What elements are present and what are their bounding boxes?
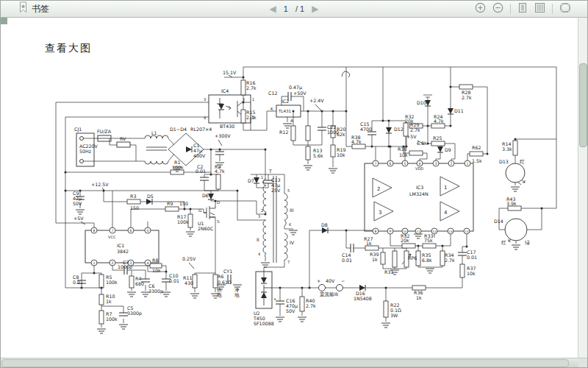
wire [56,223,94,230]
component-label: 10k [467,271,476,276]
component-circle [506,163,525,183]
junction-dot [210,174,212,176]
toolbar-separator [552,4,553,14]
bookmark-icon[interactable] [18,1,28,16]
ic-pin-number: 4 [147,261,149,265]
diode [448,108,453,114]
component-label: D9 [445,147,451,152]
winding-coil [263,220,266,258]
component-label: 0.01 [467,255,477,260]
junction-dot [210,149,212,151]
diode [359,285,365,291]
ground-symbol [298,317,306,322]
component-label: +12.5V [91,182,109,187]
component-label: 直流输出 [320,291,339,297]
junction-dot [65,190,67,192]
resistor [513,141,517,155]
component-label: + [273,297,276,301]
resistor [331,145,335,157]
component-label: LM324N [409,191,429,197]
component-label: 150 [179,201,188,206]
winding-coil [284,194,287,226]
component-label: R35 [422,252,431,258]
symbol-path [264,272,272,305]
junction-dot [541,208,543,210]
component-label: 4700 [360,127,372,132]
component-label: C1 [193,143,199,148]
component-label: G [198,208,201,213]
resistor [171,170,184,174]
prev-page-button[interactable]: ◀ [270,4,276,13]
component-label: 100k [172,165,184,170]
horizontal-scrollbar-thumb[interactable] [1,359,569,367]
diode [146,199,152,205]
component-label: 50V [73,201,82,206]
resistor [165,207,179,211]
next-page-button[interactable]: ▶ [312,4,318,13]
junction-dot [309,287,311,289]
ic-pin-number: 11 [417,230,420,233]
resistor [99,275,104,288]
resistor [470,152,483,156]
component-label: 4 [258,252,260,256]
component-label: 1.5k [472,158,482,163]
component-label: IC2 [282,99,289,104]
junction-dot [390,146,392,148]
component-label: + [262,180,265,184]
junction-dot [345,230,348,232]
continuous-view-button[interactable] [534,2,545,16]
component-label: 6 [289,222,291,227]
component-label: +50V [293,91,306,96]
wire [527,208,542,230]
junction-dot [237,190,239,192]
component-label: FU/ZA [97,129,112,134]
resistor [129,276,134,288]
page-current[interactable]: 1 [284,4,288,13]
capacitor [215,152,224,155]
component-label: R11 [183,275,192,280]
component-label: D5 [147,194,154,199]
component-label: 2.7k [445,258,455,263]
component-label: R14 [502,141,511,146]
component-label: 0.47μ [289,85,302,91]
vertical-scrollbar[interactable] [578,18,587,358]
component-label: +5V [74,216,84,221]
junction-dot [417,245,420,247]
diode [208,194,214,199]
component-label: 5.6k [313,153,323,158]
resistor [384,301,388,317]
wire [237,191,265,220]
component-label: 7 [287,260,290,264]
resistor [127,199,140,204]
component-label: 3.9k [506,201,517,206]
resistor [241,80,245,95]
component-label: 2 [377,186,380,192]
component-label: +5V [406,134,417,139]
component-label: C15 [360,121,369,127]
component-label: 1 [252,97,254,102]
component-label: 1k [372,257,378,262]
ic-pin-number: 6 [390,162,392,166]
wire [179,209,207,213]
component-label: 100k [106,316,118,322]
component-label: R13 [313,148,322,153]
junction-dot [93,272,96,275]
component-label: 4 [204,116,206,120]
zoom-in-button[interactable] [475,2,486,16]
component-label: 红 [501,240,506,246]
zoom-out-button[interactable] [492,2,503,16]
symbol-path [342,71,350,77]
resistor [392,251,397,267]
ground-symbol [426,269,434,273]
resistor [306,146,310,160]
component-label: R12 [279,130,288,135]
ground-symbol [119,325,128,329]
component-label: 6.8k [417,141,427,146]
fit-page-button[interactable] [559,2,571,16]
resistor [306,126,310,141]
junction-dot [382,120,384,122]
vertical-scrollbar-thumb[interactable] [579,63,587,147]
single-page-view-button[interactable] [517,2,528,16]
component-label: +2.4V [309,98,324,103]
horizontal-scrollbar[interactable] [1,358,587,367]
